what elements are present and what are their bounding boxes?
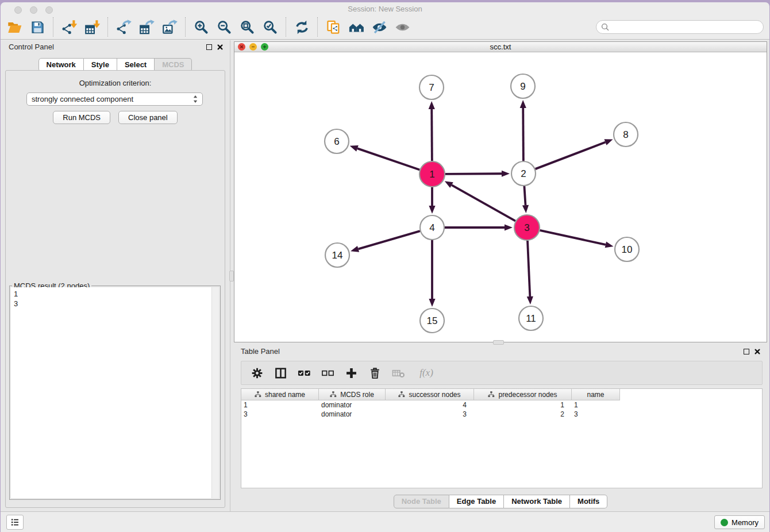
zoom-selected-region-button[interactable] — [259, 16, 282, 38]
table-cell[interactable]: 3 — [386, 410, 474, 418]
mcds-result-list[interactable]: 1 3 — [11, 287, 219, 498]
table-cell[interactable]: dominator — [319, 410, 386, 418]
node-label: 15 — [427, 315, 438, 326]
network-window-zoom-button[interactable] — [261, 43, 268, 51]
main-toolbar — [1, 15, 769, 40]
network-window-close-button[interactable] — [238, 43, 245, 51]
node-label: 6 — [334, 136, 339, 147]
export-network-button[interactable] — [112, 16, 135, 38]
table-panel-float-icon[interactable] — [744, 349, 749, 354]
show-panel-button[interactable] — [391, 16, 414, 38]
graph-node-9[interactable]: 9 — [511, 74, 535, 98]
titlebar: Session: New Session — [1, 2, 769, 14]
control-panel-float-icon[interactable] — [206, 44, 212, 50]
edge-3-10[interactable] — [540, 230, 605, 245]
result-scrollbar[interactable] — [211, 287, 219, 498]
import-table-from-file-button[interactable] — [80, 16, 103, 38]
sort-hierarchy-icon — [255, 391, 261, 398]
edge-1-7[interactable] — [432, 109, 432, 161]
graph-node-14[interactable]: 14 — [325, 243, 349, 267]
table-cell[interactable]: 1 — [572, 401, 620, 409]
show-columns-button[interactable] — [273, 365, 288, 380]
graph-node-11[interactable]: 11 — [519, 306, 543, 330]
table-cell[interactable]: dominator — [319, 401, 386, 409]
tab-edge-table[interactable]: Edge Table — [449, 495, 504, 508]
node-label: 1 — [429, 169, 434, 180]
save-session-button[interactable] — [26, 16, 49, 38]
tab-node-table[interactable]: Node Table — [394, 495, 449, 508]
column-header-shared-name[interactable]: shared name — [241, 389, 319, 400]
export-table-button[interactable] — [135, 16, 158, 38]
node-label: 4 — [429, 222, 434, 233]
apply-preferred-layout-button[interactable] — [290, 16, 313, 38]
zoom-in-button[interactable] — [190, 16, 213, 38]
open-session-button[interactable] — [3, 16, 26, 38]
clone-network-button[interactable] — [322, 16, 345, 38]
graph-node-3[interactable]: 3 — [514, 215, 540, 240]
optimization-criterion-select[interactable]: strongly connected component — [26, 92, 203, 106]
table-panel-close-icon[interactable] — [754, 349, 760, 354]
table-cell[interactable]: 2 — [474, 410, 572, 418]
network-window-minimize-button[interactable] — [249, 43, 257, 51]
memory-button[interactable]: Memory — [714, 515, 765, 529]
tab-motifs[interactable]: Motifs — [570, 495, 607, 508]
tab-network-table[interactable]: Network Table — [504, 495, 570, 508]
task-history-button[interactable] — [6, 515, 24, 530]
edge-2-3[interactable] — [524, 186, 525, 205]
create-column-button[interactable] — [344, 365, 359, 380]
edge-2-8[interactable] — [536, 142, 606, 169]
table-cell[interactable]: 1 — [474, 401, 572, 409]
export-image-button[interactable] — [158, 16, 181, 38]
home-button[interactable] — [345, 16, 368, 38]
edge-arrowhead — [429, 101, 435, 109]
zoom-out-button[interactable] — [213, 16, 236, 38]
toolbar-separator — [286, 17, 286, 37]
table-cell[interactable]: 3 — [572, 410, 620, 418]
graph-node-2[interactable]: 2 — [511, 161, 536, 186]
graph-node-10[interactable]: 10 — [615, 237, 639, 261]
toolbar-group — [190, 16, 282, 38]
network-canvas[interactable]: 1234678910111415 — [234, 53, 767, 342]
splitter-grip-horizontal[interactable] — [493, 340, 504, 345]
unselect-all-columns-button[interactable] — [320, 365, 335, 380]
edge-1-2[interactable] — [445, 174, 502, 174]
delete-columns-button[interactable] — [367, 365, 382, 380]
edge-3-11[interactable] — [528, 241, 530, 296]
edge-4-14[interactable] — [358, 231, 419, 249]
column-header-predecessor-nodes[interactable]: predecessor nodes — [474, 389, 572, 400]
table-cell[interactable]: 4 — [386, 401, 474, 409]
hide-panel-button[interactable] — [368, 16, 391, 38]
close-panel-button[interactable]: Close panel — [118, 111, 178, 124]
table-row[interactable]: 3dominator323 — [241, 410, 620, 419]
column-header-successor-nodes[interactable]: successor nodes — [386, 389, 474, 400]
table-settings-button[interactable] — [249, 365, 264, 380]
graph-node-8[interactable]: 8 — [614, 122, 638, 147]
edge-1-6[interactable] — [357, 148, 419, 169]
graph-node-1[interactable]: 1 — [419, 161, 445, 187]
edge-arrowhead — [445, 181, 453, 188]
edge-2-9[interactable] — [523, 108, 523, 161]
graph-node-15[interactable]: 15 — [420, 309, 444, 333]
control-panel-close-icon[interactable] — [217, 44, 223, 50]
import-network-from-file-button[interactable] — [57, 16, 80, 38]
edge-arrowhead — [502, 171, 510, 177]
search-input[interactable] — [596, 20, 764, 34]
export-table-icon — [139, 20, 155, 35]
graph-node-7[interactable]: 7 — [419, 75, 444, 99]
table-cell[interactable]: 1 — [241, 401, 319, 409]
select-all-columns-button[interactable] — [297, 365, 311, 380]
search-box — [596, 20, 764, 34]
network-window-title: scc.txt — [490, 43, 511, 51]
graph-node-4[interactable]: 4 — [420, 215, 444, 240]
network-window-titlebar[interactable]: scc.txt — [234, 42, 767, 52]
table-row[interactable]: 1dominator411 — [241, 400, 620, 410]
column-header-MCDS-role[interactable]: MCDS role — [319, 389, 386, 400]
table-cell[interactable]: 3 — [241, 410, 319, 418]
workspace: Control Panel NetworkStyleSelectMCDS Opt… — [1, 40, 769, 511]
edge-3-1[interactable] — [452, 185, 515, 221]
run-mcds-button[interactable]: Run MCDS — [53, 111, 110, 124]
graph-node-6[interactable]: 6 — [325, 129, 349, 153]
column-header-name[interactable]: name — [572, 389, 620, 400]
zoom-fit-content-button[interactable] — [236, 16, 259, 38]
splitter-grip-vertical[interactable] — [229, 271, 234, 282]
